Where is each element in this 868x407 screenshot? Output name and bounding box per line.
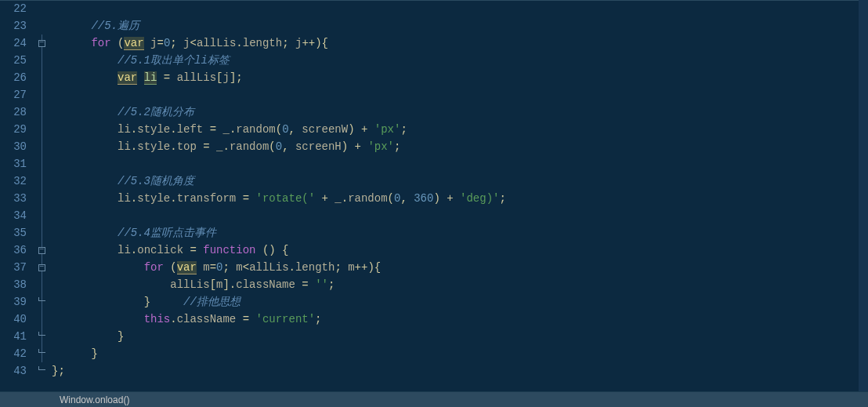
code-line[interactable]: //5.2随机分布 <box>52 104 868 121</box>
line-number: 42 <box>0 345 27 362</box>
code-line[interactable]: li.style.transform = 'rotate(' + _.rando… <box>52 190 868 207</box>
code-line[interactable] <box>52 0 868 17</box>
code-line[interactable]: li.style.top = _.random(0, screenH) + 'p… <box>52 138 868 155</box>
code-line[interactable] <box>52 86 868 104</box>
code-line[interactable] <box>52 207 868 224</box>
code-line[interactable]: } <box>52 345 868 362</box>
comment: //5.1取出单个li标签 <box>118 54 230 67</box>
code-line[interactable] <box>52 155 868 173</box>
line-number: 39 <box>0 293 27 311</box>
code-line[interactable]: }; <box>52 362 868 380</box>
line-number: 40 <box>0 311 27 328</box>
line-number: 27 <box>0 86 27 104</box>
line-number: 32 <box>0 173 27 190</box>
comment: //5.3随机角度 <box>118 175 194 187</box>
breadcrumb-context: Window.onload() <box>60 394 129 405</box>
code-editor[interactable]: 2223242526272829303132333435363738394041… <box>0 0 868 391</box>
statusbar: Window.onload() <box>0 391 868 407</box>
line-number: 30 <box>0 138 27 155</box>
line-number: 33 <box>0 190 27 207</box>
line-number: 25 <box>0 52 27 69</box>
keyword-for: for <box>91 37 110 49</box>
line-number: 23 <box>0 17 27 35</box>
fold-toggle-icon[interactable] <box>38 264 45 271</box>
comment: //排他思想 <box>183 296 241 308</box>
code-line[interactable]: } <box>52 328 868 345</box>
code-line[interactable]: //5.1取出单个li标签 <box>52 52 868 69</box>
vertical-scrollbar[interactable] <box>859 0 868 391</box>
code-content[interactable]: //5.遍历 for (var j=0; j<allLis.length; j+… <box>49 0 868 391</box>
line-number: 43 <box>0 362 27 380</box>
line-number: 35 <box>0 224 27 242</box>
line-number: 38 <box>0 276 27 293</box>
code-line[interactable]: this.className = 'current'; <box>52 311 868 328</box>
fold-column <box>34 0 49 391</box>
line-number: 28 <box>0 104 27 121</box>
fold-toggle-icon[interactable] <box>38 247 45 254</box>
keyword-var: var <box>124 37 143 50</box>
code-line[interactable]: li.style.left = _.random(0, screenW) + '… <box>52 121 868 138</box>
line-number: 22 <box>0 0 27 17</box>
line-number-gutter: 2223242526272829303132333435363738394041… <box>0 0 34 391</box>
code-line[interactable]: //5.4监听点击事件 <box>52 224 868 242</box>
fold-toggle-icon[interactable] <box>38 40 45 47</box>
line-number: 26 <box>0 69 27 86</box>
comment: //5.遍历 <box>91 20 139 32</box>
fold-end-icon <box>38 349 45 353</box>
identifier: li <box>144 71 157 85</box>
fold-end-icon <box>38 332 45 336</box>
fold-end-icon <box>38 366 45 370</box>
code-line[interactable]: allLis[m].className = ''; <box>52 276 868 293</box>
keyword-var: var <box>118 71 137 85</box>
code-line[interactable]: //5.遍历 <box>52 17 868 35</box>
code-line[interactable]: } //排他思想 <box>52 293 868 311</box>
line-number: 24 <box>0 35 27 52</box>
code-line[interactable]: //5.3随机角度 <box>52 173 868 190</box>
comment: //5.2随机分布 <box>118 106 194 118</box>
line-number: 31 <box>0 155 27 173</box>
fold-end-icon <box>38 297 45 301</box>
line-number: 29 <box>0 121 27 138</box>
code-line[interactable]: for (var m=0; m<allLis.length; m++){ <box>52 259 868 276</box>
line-number: 34 <box>0 207 27 224</box>
line-number: 37 <box>0 259 27 276</box>
code-line[interactable]: li.onclick = function () { <box>52 242 868 259</box>
comment: //5.4监听点击事件 <box>118 227 216 239</box>
line-number: 41 <box>0 328 27 345</box>
line-number: 36 <box>0 242 27 259</box>
code-line[interactable]: for (var j=0; j<allLis.length; j++){ <box>52 35 868 52</box>
code-line[interactable]: var li = allLis[j]; <box>52 69 868 86</box>
